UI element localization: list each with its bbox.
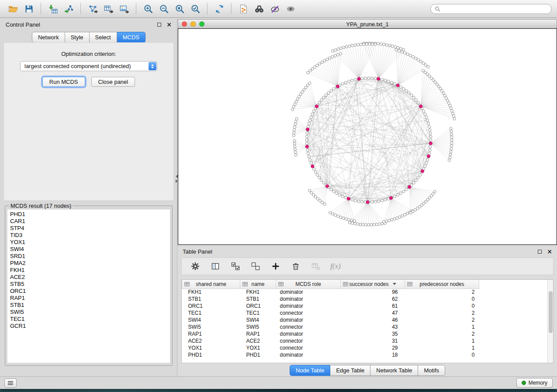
cell-mcds-role[interactable]: dominator xyxy=(276,351,341,358)
memory-button[interactable]: Memory xyxy=(516,378,553,388)
window-zoom-button[interactable] xyxy=(199,21,204,27)
cell-mcds-role[interactable]: dominator xyxy=(276,316,341,323)
cell-predecessor-nodes[interactable]: 2 xyxy=(405,316,479,323)
cell-predecessor-nodes[interactable]: 0 xyxy=(405,351,479,358)
cell-name[interactable]: ACE2 xyxy=(240,337,276,344)
zoom-selected-icon[interactable] xyxy=(187,2,203,16)
control-tab-mcds[interactable]: MCDS xyxy=(117,32,145,43)
table-row[interactable]: PHD1PHD1dominator180 xyxy=(182,351,549,358)
cell-successor-nodes[interactable]: 61 xyxy=(341,303,405,309)
mcds-result-item[interactable]: PHD1 xyxy=(10,211,167,218)
share-document-icon[interactable] xyxy=(235,2,251,16)
zoom-in-icon[interactable] xyxy=(140,2,156,16)
mcds-result-item[interactable]: SWI4 xyxy=(10,246,167,253)
mcds-result-item[interactable]: RAP1 xyxy=(10,295,167,302)
status-menu-button[interactable] xyxy=(4,378,17,388)
mcds-result-item[interactable]: STB5 xyxy=(10,281,167,288)
cell-predecessor-nodes[interactable]: 2 xyxy=(405,289,479,296)
table-row[interactable]: YOX1YOX1connector291 xyxy=(182,344,549,351)
cell-shared-name[interactable]: ACE2 xyxy=(182,337,240,344)
mcds-result-item[interactable]: FKH1 xyxy=(10,267,167,274)
cell-successor-nodes[interactable]: 62 xyxy=(341,296,405,303)
mcds-result-list[interactable]: PHD1CAR1STP4TID3YOX1SWI4SRD1PMA2FKH1ACE2… xyxy=(7,210,170,363)
save-session-icon[interactable] xyxy=(21,2,37,16)
table-row[interactable]: ORC1ORC1dominator610 xyxy=(182,303,549,309)
cell-predecessor-nodes[interactable]: 1 xyxy=(405,323,479,330)
cell-predecessor-nodes[interactable]: 0 xyxy=(405,303,479,309)
table-tab-edge-table[interactable]: Edge Table xyxy=(330,365,370,376)
cell-predecessor-nodes[interactable]: 1 xyxy=(405,337,479,344)
column-header-shared-name[interactable]: shared name xyxy=(182,280,240,289)
open-folder-icon[interactable] xyxy=(5,2,21,16)
export-table-icon[interactable] xyxy=(100,2,116,16)
table-scrollbar[interactable] xyxy=(547,280,553,363)
cell-shared-name[interactable]: RAP1 xyxy=(182,330,240,337)
column-header-predecessor-nodes[interactable]: predecessor nodes xyxy=(405,280,479,289)
cell-successor-nodes[interactable]: 96 xyxy=(341,289,405,296)
mcds-result-item[interactable]: GCR1 xyxy=(10,323,167,330)
cell-successor-nodes[interactable]: 18 xyxy=(341,351,405,358)
cell-successor-nodes[interactable]: 46 xyxy=(341,316,405,323)
run-mcds-button[interactable]: Run MCDS xyxy=(42,77,85,87)
window-close-button[interactable] xyxy=(182,21,187,27)
float-table-panel-icon[interactable] xyxy=(538,250,542,254)
cell-name[interactable]: PHD1 xyxy=(240,351,276,358)
control-tab-select[interactable]: Select xyxy=(90,32,117,43)
cell-mcds-role[interactable]: dominator xyxy=(276,289,341,296)
cell-shared-name[interactable]: SWI5 xyxy=(182,323,240,330)
mcds-result-item[interactable]: STB1 xyxy=(10,302,167,309)
add-row-icon[interactable] xyxy=(270,261,281,272)
cell-mcds-role[interactable]: connector xyxy=(276,344,341,351)
table-tab-node-table[interactable]: Node Table xyxy=(290,365,331,376)
cell-shared-name[interactable]: FKH1 xyxy=(182,289,240,296)
cell-successor-nodes[interactable]: 31 xyxy=(341,337,405,344)
new-network-icon[interactable] xyxy=(85,2,100,16)
control-tab-network[interactable]: Network xyxy=(32,32,65,43)
import-network-icon[interactable] xyxy=(61,2,76,16)
close-panel-icon[interactable]: × xyxy=(166,21,172,28)
cell-successor-nodes[interactable]: 35 xyxy=(341,330,405,337)
mcds-result-item[interactable]: CAR1 xyxy=(10,218,167,225)
mcds-result-item[interactable]: STP4 xyxy=(10,225,167,232)
function-builder-icon[interactable]: f(x) xyxy=(330,262,341,271)
close-panel-button[interactable]: Close panel xyxy=(91,77,135,87)
cell-mcds-role[interactable]: dominator xyxy=(276,330,341,337)
cell-predecessor-nodes[interactable]: 0 xyxy=(405,296,479,303)
cell-mcds-role[interactable]: connector xyxy=(276,337,341,344)
cell-name[interactable]: SWI5 xyxy=(240,323,276,330)
cell-successor-nodes[interactable]: 43 xyxy=(341,323,405,330)
mcds-result-item[interactable]: TEC1 xyxy=(10,316,167,323)
mcds-result-item[interactable]: YOX1 xyxy=(10,239,167,246)
network-graph[interactable] xyxy=(178,29,557,244)
zoom-fit-icon[interactable] xyxy=(172,2,187,16)
cell-mcds-role[interactable]: connector xyxy=(276,323,341,330)
column-header-successor-nodes[interactable]: successor nodes xyxy=(341,280,405,289)
search-input[interactable] xyxy=(443,6,547,12)
cell-name[interactable]: SWI4 xyxy=(240,316,276,323)
export-image-icon[interactable] xyxy=(116,2,132,16)
cell-predecessor-nodes[interactable]: 2 xyxy=(405,330,479,337)
cell-successor-nodes[interactable]: 47 xyxy=(341,309,405,316)
table-tab-network-table[interactable]: Network Table xyxy=(370,365,418,376)
search-binoculars-icon[interactable] xyxy=(251,2,267,16)
select-all-icon[interactable] xyxy=(230,261,241,272)
mcds-result-item[interactable]: ACE2 xyxy=(10,274,167,281)
cell-name[interactable]: TEC1 xyxy=(240,309,276,316)
show-eye-icon[interactable] xyxy=(283,2,298,16)
table-row[interactable]: STB1STB1dominator620 xyxy=(182,296,549,303)
close-table-panel-icon[interactable]: × xyxy=(547,248,552,254)
table-row[interactable]: SWI5SWI5connector431 xyxy=(182,323,549,330)
table-row[interactable]: FKH1FKH1dominator962 xyxy=(182,289,549,296)
table-row[interactable]: ACE2ACE2connector311 xyxy=(182,337,549,344)
mcds-result-item[interactable]: TID3 xyxy=(10,232,167,239)
criterion-dropdown[interactable]: largest connected component (undirected) xyxy=(20,61,157,71)
cell-name[interactable]: ORC1 xyxy=(240,303,276,309)
cell-mcds-role[interactable]: dominator xyxy=(276,303,341,309)
hide-selection-icon[interactable] xyxy=(267,2,283,16)
mcds-result-item[interactable]: ORC1 xyxy=(10,288,167,295)
table-settings-icon[interactable] xyxy=(190,261,201,272)
cell-predecessor-nodes[interactable]: 1 xyxy=(405,344,479,351)
cell-shared-name[interactable]: PHD1 xyxy=(182,351,240,358)
column-layout-icon[interactable] xyxy=(210,261,221,272)
network-view[interactable] xyxy=(178,28,557,245)
